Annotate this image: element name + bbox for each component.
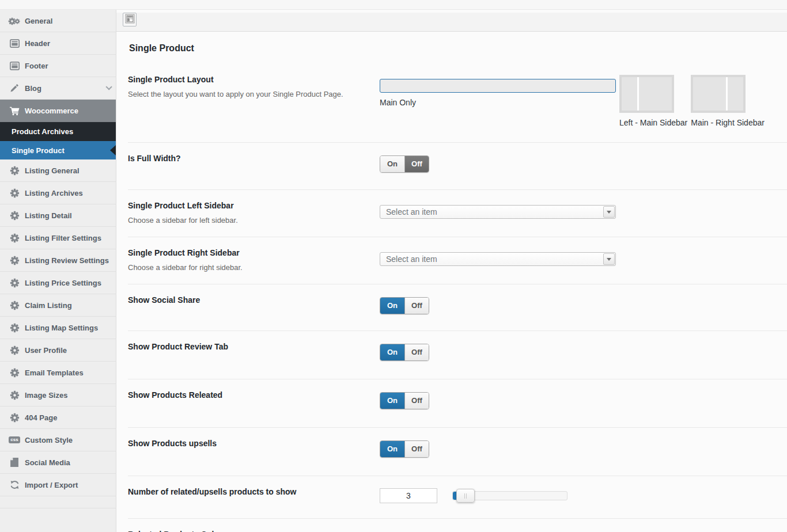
setting-control-col: Main OnlyLeft - Main SidebarMain - Right…	[380, 75, 787, 142]
caret-down-icon	[607, 258, 611, 261]
right-sidebar-select[interactable]: Select an item	[380, 252, 616, 266]
slider-handle[interactable]	[456, 489, 475, 503]
footer-icon	[8, 60, 21, 71]
layout-option-main-only[interactable]: Main Only	[380, 75, 616, 107]
setting-label-col: Show Products upsells	[128, 439, 380, 476]
layout-option-left-sidebar[interactable]: Left - Main Sidebar	[619, 75, 687, 127]
toggle-off-segment[interactable]: Off	[404, 441, 429, 457]
gear-icon	[8, 412, 21, 423]
setting-row-products-upsells: Show Products upsellsOnOff	[128, 428, 787, 476]
settings-rows: Single Product LayoutSelect the layout y…	[128, 64, 787, 532]
thumb-right-pane	[728, 77, 743, 111]
select-dropdown-button[interactable]	[603, 253, 615, 265]
gear-icon	[8, 255, 21, 265]
css-icon: css	[8, 435, 21, 445]
setting-control-col: OnOff	[380, 295, 787, 330]
sidebar-item-listing-detail[interactable]: Listing Detail	[0, 204, 116, 227]
left-sidebar-select[interactable]: Select an item	[380, 205, 616, 219]
toggle-on-segment[interactable]: On	[380, 393, 404, 409]
sidebar-item-general[interactable]: General	[0, 10, 116, 32]
toggle-off-segment[interactable]: Off	[404, 344, 429, 360]
sidebar-item-listing-review-settings[interactable]: Listing Review Settings	[0, 249, 116, 272]
toggle-on-segment[interactable]: On	[380, 156, 404, 172]
toggle-off-segment[interactable]: Off	[404, 393, 429, 409]
sidebar-item-label: Image Sizes	[25, 391, 67, 400]
sidebar-item-listing-general[interactable]: Listing General	[0, 159, 116, 182]
toggle-off-segment[interactable]: Off	[404, 298, 429, 314]
sidebar-item-label: Woocommerce	[25, 107, 78, 115]
setting-label: Show Products Releated	[128, 390, 368, 400]
sidebar-item-listing-map-settings[interactable]: Listing Map Settings	[0, 317, 116, 339]
sidebar-item-header[interactable]: Header	[0, 32, 116, 55]
sidebar-item-import-export[interactable]: Import / Export	[0, 474, 116, 496]
collapse-sidebar-button[interactable]	[123, 13, 137, 26]
sidebar-item-label: Import / Export	[25, 481, 78, 489]
products-upsells-toggle[interactable]: OnOff	[380, 440, 429, 458]
sidebar-item-image-sizes[interactable]: Image Sizes	[0, 384, 116, 406]
products-releated-toggle[interactable]: OnOff	[380, 392, 429, 409]
layout-option-right-sidebar[interactable]: Main - Right Sidebar	[691, 75, 765, 127]
sidebar-item-product-archives[interactable]: Product Archives	[0, 122, 116, 141]
setting-row-products-releated: Show Products ReleatedOnOff	[128, 379, 787, 428]
sidebar-item-label: Email Templates	[25, 368, 84, 377]
sidebar-item-label: General	[25, 17, 52, 25]
gear-icon	[8, 367, 21, 378]
sidebar-item-listing-price-settings[interactable]: Listing Price Settings	[0, 272, 116, 294]
page-icon	[8, 457, 21, 468]
layout-thumbnail	[380, 79, 616, 93]
sidebar-item-custom-style[interactable]: cssCustom Style	[0, 429, 116, 451]
toggle-on-segment[interactable]: On	[380, 298, 404, 314]
select-dropdown-button[interactable]	[603, 206, 615, 218]
gear-icon	[8, 345, 21, 355]
setting-label-col: Number of related/upsells products to sh…	[128, 487, 380, 518]
gear-icon	[8, 165, 21, 176]
setting-control-col: Select an item	[380, 201, 787, 237]
sidebar-item-label: Blog	[25, 84, 41, 93]
thumb-left-pane	[693, 77, 726, 111]
sidebar-item-label: User Profile	[25, 346, 67, 355]
toggle-on-segment[interactable]: On	[380, 441, 404, 457]
sidebar-item-listing-filter-settings[interactable]: Listing Filter Settings	[0, 227, 116, 249]
layout-thumbnail	[691, 75, 746, 113]
sidebar-item-social-media[interactable]: Social Media	[0, 451, 116, 474]
layout-option-label: Main Only	[380, 98, 616, 107]
sidebar-item-label: 404 Page	[25, 413, 57, 422]
sidebar-item-email-templates[interactable]: Email Templates	[0, 362, 116, 384]
toggle-off-segment[interactable]: Off	[404, 156, 429, 172]
setting-label-col: Releated Products Columns	[128, 530, 380, 532]
sidebar-item-claim-listing[interactable]: Claim Listing	[0, 294, 116, 317]
caret-down-icon	[607, 211, 611, 214]
sidebar-item-label: Listing General	[25, 166, 80, 175]
sidebar-item-single-product[interactable]: Single Product	[0, 141, 116, 159]
related-count-input[interactable]	[380, 488, 437, 503]
setting-label-col: Show Products Releated	[128, 390, 380, 427]
sidebar-item-404-page[interactable]: 404 Page	[0, 406, 116, 429]
setting-label: Single Product Left Sidebar	[128, 201, 368, 210]
setting-label-col: Show Social Share	[128, 295, 380, 330]
sidebar-empty-row	[0, 496, 116, 508]
review-tab-toggle[interactable]: OnOff	[380, 344, 429, 361]
sidebar-item-label: Product Archives	[12, 127, 73, 136]
gear-icon	[8, 300, 21, 310]
sidebar-item-footer[interactable]: Footer	[0, 55, 116, 77]
social-share-toggle[interactable]: OnOff	[380, 297, 429, 314]
sidebar-item-woocommerce[interactable]: Woocommerce	[0, 100, 116, 122]
thumb-left-pane	[622, 77, 637, 111]
setting-label: Releated Products Columns	[128, 530, 368, 532]
select-value: Select an item	[380, 206, 615, 218]
setting-row-left-sidebar: Single Product Left SidebarChoose a side…	[128, 190, 787, 237]
setting-control-col: OnOff	[380, 390, 787, 427]
sidebar-item-user-profile[interactable]: User Profile	[0, 339, 116, 362]
sidebar-item-label: Listing Detail	[25, 211, 72, 220]
related-count-slider[interactable]	[452, 491, 567, 500]
sidebar-item-listing-archives[interactable]: Listing Archives	[0, 182, 116, 204]
toggle-on-segment[interactable]: On	[380, 344, 404, 360]
setting-row-full-width: Is Full Width?OnOff	[128, 143, 787, 190]
setting-label-col: Single Product Right SidebarChoose a sid…	[128, 248, 380, 284]
full-width-toggle[interactable]: OnOff	[380, 155, 429, 173]
gear-icon	[8, 188, 21, 198]
sidebar-item-blog[interactable]: Blog	[0, 77, 116, 100]
setting-row-right-sidebar: Single Product Right SidebarChoose a sid…	[128, 237, 787, 284]
setting-row-layout: Single Product LayoutSelect the layout y…	[128, 64, 787, 143]
gear-icon	[8, 322, 21, 333]
